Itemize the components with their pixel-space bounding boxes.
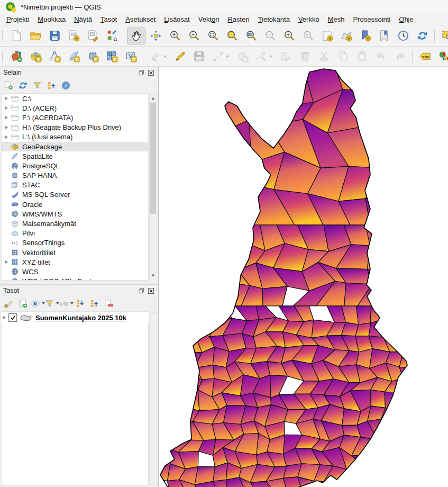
browser-item-d-acer[interactable]: D:\ (ACER)	[2, 103, 148, 113]
new-spatialite-layer-button[interactable]	[65, 48, 83, 65]
toggle-editing-button[interactable]	[171, 48, 189, 65]
collapse-all-button[interactable]	[87, 297, 102, 310]
new-3d-map-view-button[interactable]	[337, 28, 355, 44]
menu-vektori[interactable]: Vektori	[194, 15, 224, 24]
browser-item-h-seagate-backup-plus-drive[interactable]: H:\ (Seagate Backup Plus Drive)	[2, 123, 148, 132]
expander-icon[interactable]	[3, 260, 10, 264]
new-map-view-button[interactable]	[318, 28, 336, 44]
zoom-out-button[interactable]	[185, 28, 203, 44]
layer-labeling-button[interactable]: abc	[416, 48, 434, 65]
pan-to-selection-button[interactable]	[147, 28, 164, 44]
browser-item-c[interactable]: C:\	[2, 94, 148, 103]
browser-item-wcs[interactable]: WCS	[2, 267, 148, 276]
layer-diagrams-button[interactable]	[435, 48, 448, 65]
expander-icon[interactable]	[3, 136, 10, 139]
show-bookmarks-button[interactable]	[375, 28, 393, 44]
browser-item-maiseman-kym-t[interactable]: Maisemanäkymät	[2, 219, 148, 228]
zoom-full-button[interactable]	[204, 28, 222, 44]
zoom-last-button[interactable]	[280, 28, 298, 44]
menu-rasteri[interactable]: Rasteri	[223, 15, 253, 24]
paste-features-button[interactable]	[353, 48, 371, 65]
browser-item-xyz-tiilet[interactable]: XYZ-tiilet	[2, 257, 148, 267]
menu-n-yt-[interactable]: Näytä	[70, 15, 96, 24]
browser-item-sap-hana[interactable]: SAP HANA	[2, 171, 148, 181]
new-project-button[interactable]	[7, 28, 25, 44]
menu-projekti[interactable]: Projekti	[2, 15, 33, 24]
refresh-browser-button[interactable]	[16, 79, 30, 92]
zoom-to-layer-button[interactable]	[242, 28, 260, 44]
current-edits-button[interactable]	[147, 48, 170, 65]
menu-verkko[interactable]: Verkko	[294, 15, 324, 24]
layer-name[interactable]: SuomenKuntajako 2025 10k	[35, 314, 126, 322]
layout-manager-button[interactable]	[84, 28, 102, 44]
open-project-button[interactable]	[26, 28, 44, 44]
browser-item-stac[interactable]: STAC	[2, 181, 148, 190]
menu-lis-osat[interactable]: Lisäosat	[160, 15, 194, 24]
expander-icon[interactable]	[3, 126, 10, 129]
browser-item-pilvi[interactable]: Pilvi	[2, 229, 148, 238]
remove-layer-button[interactable]	[102, 297, 116, 310]
float-panel-icon[interactable]	[138, 287, 145, 294]
cut-features-button[interactable]	[315, 48, 333, 65]
modify-attributes-button[interactable]	[277, 48, 295, 65]
browser-item-f-acerdata[interactable]: F:\ (ACERDATA)	[2, 113, 148, 122]
refresh-button[interactable]	[413, 28, 431, 44]
zoom-native-button[interactable]: 1:1	[261, 28, 279, 44]
pan-map-button[interactable]	[127, 28, 145, 44]
float-panel-icon[interactable]	[138, 69, 145, 76]
menu-tietokanta[interactable]: Tietokanta	[254, 15, 294, 24]
browser-item-l-uusi-asema[interactable]: L:\ (Uusi asema)	[2, 132, 148, 142]
browser-item-geopackage[interactable]: GeoPackage	[2, 142, 148, 151]
undo-button[interactable]	[372, 48, 390, 65]
menu-prosessointi[interactable]: Prosessointi	[349, 15, 395, 24]
new-geopackage-layer-button[interactable]	[26, 48, 44, 65]
zoom-to-selection-button[interactable]	[223, 28, 241, 44]
open-layer-styling-button[interactable]	[2, 297, 16, 310]
close-panel-icon[interactable]	[147, 287, 155, 294]
menu-muokkaa[interactable]: Muokkaa	[33, 15, 70, 24]
browser-item-sensorthings[interactable]: SensorThings	[2, 238, 148, 248]
browser-item-wfs-ogc-api-features[interactable]: WFS / OGC API - Features	[2, 277, 148, 281]
select-features-button[interactable]	[438, 28, 448, 44]
browser-scrollbar[interactable]: ▲ ▼	[149, 94, 157, 279]
layers-scrollbar[interactable]	[149, 312, 157, 485]
menu-ohje[interactable]: Ohje	[395, 15, 417, 24]
delete-selected-button[interactable]	[296, 48, 314, 65]
manage-map-themes-button[interactable]	[30, 297, 44, 310]
new-scratch-layer-button[interactable]	[84, 48, 102, 65]
browser-item-oracle[interactable]: Oracle	[2, 200, 148, 209]
style-manager-button[interactable]: a	[103, 28, 121, 44]
new-mesh-layer-button[interactable]	[103, 48, 121, 65]
browser-item-vektoritiilet[interactable]: Vektoritiilet	[2, 248, 148, 257]
menu-mesh[interactable]: Mesh	[324, 15, 349, 24]
data-source-manager-button[interactable]	[7, 48, 25, 65]
filter-by-expression-button[interactable]: ε	[59, 297, 73, 310]
save-project-button[interactable]	[45, 28, 63, 44]
close-panel-icon[interactable]	[147, 69, 155, 76]
zoom-in-button[interactable]	[166, 28, 184, 44]
expander-icon[interactable]	[3, 106, 10, 110]
new-print-layout-button[interactable]	[65, 28, 83, 44]
layer-visibility-checkbox[interactable]	[8, 313, 17, 322]
filter-browser-button[interactable]	[30, 79, 44, 92]
collapse-browser-button[interactable]	[44, 79, 59, 92]
layer-row[interactable]: SuomenKuntajako 2025 10k	[1, 312, 155, 323]
vertex-tool-button[interactable]	[252, 48, 276, 65]
menu-tasot[interactable]: Tasot	[96, 15, 121, 24]
redo-button[interactable]	[391, 48, 409, 65]
browser-item-wms-wmts[interactable]: WMS/WMTS	[2, 209, 148, 219]
add-group-button[interactable]	[16, 297, 30, 310]
new-spatial-bookmark-button[interactable]	[356, 28, 374, 44]
toolbar-grip[interactable]	[2, 51, 4, 62]
map-canvas[interactable]	[159, 67, 448, 487]
zoom-next-button[interactable]	[299, 28, 317, 44]
filter-legend-button[interactable]	[44, 297, 59, 310]
expander-icon[interactable]	[3, 97, 10, 100]
finland-municipalities-map[interactable]	[159, 67, 448, 487]
new-gpx-layer-button[interactable]	[122, 48, 140, 65]
add-selected-layers-button[interactable]	[2, 79, 16, 92]
add-polygon-feature-button[interactable]	[233, 48, 251, 65]
browser-item-spatialite[interactable]: SpatiaLite	[2, 151, 148, 161]
browser-item-postgresql[interactable]: PostgreSQL	[2, 161, 148, 170]
copy-features-button[interactable]	[334, 48, 352, 65]
